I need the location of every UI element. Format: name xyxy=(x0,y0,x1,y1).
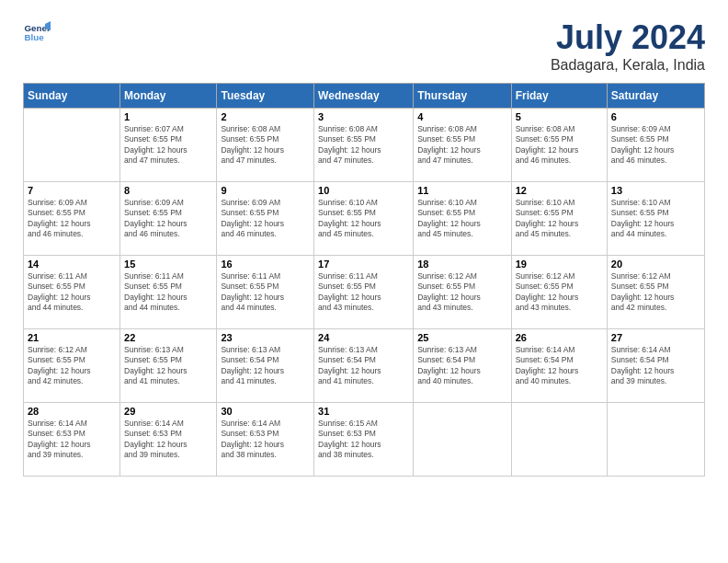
day-number: 27 xyxy=(611,332,700,343)
day-number: 5 xyxy=(516,111,603,122)
calendar-header-friday: Friday xyxy=(511,84,607,109)
month-title: July 2024 xyxy=(551,18,705,57)
day-info: Sunrise: 6:15 AMSunset: 6:53 PMDaylight:… xyxy=(318,419,409,461)
calendar-table: SundayMondayTuesdayWednesdayThursdayFrid… xyxy=(23,83,705,477)
day-info: Sunrise: 6:08 AMSunset: 6:55 PMDaylight:… xyxy=(516,124,603,167)
calendar-cell: 31Sunrise: 6:15 AMSunset: 6:53 PMDayligh… xyxy=(314,403,414,477)
day-number: 16 xyxy=(221,259,310,270)
day-number: 2 xyxy=(221,111,310,122)
day-info: Sunrise: 6:08 AMSunset: 6:55 PMDaylight:… xyxy=(417,124,506,167)
day-number: 18 xyxy=(417,259,506,270)
calendar-cell: 7Sunrise: 6:09 AMSunset: 6:55 PMDaylight… xyxy=(24,182,120,256)
day-number: 29 xyxy=(124,406,212,417)
calendar-cell: 17Sunrise: 6:11 AMSunset: 6:55 PMDayligh… xyxy=(314,256,414,329)
calendar-cell: 5Sunrise: 6:08 AMSunset: 6:55 PMDaylight… xyxy=(511,109,607,182)
calendar-header-tuesday: Tuesday xyxy=(217,84,314,109)
day-number: 12 xyxy=(516,185,603,196)
day-info: Sunrise: 6:10 AMSunset: 6:55 PMDaylight:… xyxy=(611,198,700,240)
logo: General Blue xyxy=(23,18,54,46)
calendar-cell: 12Sunrise: 6:10 AMSunset: 6:55 PMDayligh… xyxy=(511,182,607,256)
day-info: Sunrise: 6:12 AMSunset: 6:55 PMDaylight:… xyxy=(516,271,603,314)
day-info: Sunrise: 6:09 AMSunset: 6:55 PMDaylight:… xyxy=(221,198,310,240)
day-info: Sunrise: 6:14 AMSunset: 6:54 PMDaylight:… xyxy=(611,345,700,387)
day-info: Sunrise: 6:14 AMSunset: 6:53 PMDaylight:… xyxy=(28,419,116,461)
calendar-header-thursday: Thursday xyxy=(414,84,511,109)
day-number: 15 xyxy=(124,259,212,270)
calendar-cell: 4Sunrise: 6:08 AMSunset: 6:55 PMDaylight… xyxy=(414,109,511,182)
calendar-cell: 18Sunrise: 6:12 AMSunset: 6:55 PMDayligh… xyxy=(414,256,511,329)
calendar-cell: 27Sunrise: 6:14 AMSunset: 6:54 PMDayligh… xyxy=(607,329,704,403)
calendar-cell xyxy=(607,403,704,477)
calendar-cell: 11Sunrise: 6:10 AMSunset: 6:55 PMDayligh… xyxy=(414,182,511,256)
day-number: 17 xyxy=(318,259,409,270)
calendar-cell xyxy=(24,109,120,182)
calendar-cell xyxy=(511,403,607,477)
day-number: 22 xyxy=(124,332,212,343)
day-info: Sunrise: 6:09 AMSunset: 6:55 PMDaylight:… xyxy=(124,198,212,240)
day-number: 14 xyxy=(28,259,116,270)
day-info: Sunrise: 6:12 AMSunset: 6:55 PMDaylight:… xyxy=(28,345,116,387)
calendar-week-5: 28Sunrise: 6:14 AMSunset: 6:53 PMDayligh… xyxy=(24,403,705,477)
logo-icon: General Blue xyxy=(23,18,51,46)
calendar-cell: 1Sunrise: 6:07 AMSunset: 6:55 PMDaylight… xyxy=(120,109,217,182)
day-info: Sunrise: 6:07 AMSunset: 6:55 PMDaylight:… xyxy=(124,124,212,167)
calendar-week-1: 1Sunrise: 6:07 AMSunset: 6:55 PMDaylight… xyxy=(24,109,705,182)
calendar-cell: 21Sunrise: 6:12 AMSunset: 6:55 PMDayligh… xyxy=(24,329,120,403)
calendar-cell: 8Sunrise: 6:09 AMSunset: 6:55 PMDaylight… xyxy=(120,182,217,256)
calendar-cell: 23Sunrise: 6:13 AMSunset: 6:54 PMDayligh… xyxy=(217,329,314,403)
day-info: Sunrise: 6:13 AMSunset: 6:54 PMDaylight:… xyxy=(417,345,506,387)
day-number: 11 xyxy=(417,185,506,196)
day-number: 20 xyxy=(611,259,700,270)
day-info: Sunrise: 6:13 AMSunset: 6:54 PMDaylight:… xyxy=(318,345,409,387)
calendar-cell: 15Sunrise: 6:11 AMSunset: 6:55 PMDayligh… xyxy=(120,256,217,329)
day-number: 19 xyxy=(516,259,603,270)
day-info: Sunrise: 6:11 AMSunset: 6:55 PMDaylight:… xyxy=(28,271,116,314)
calendar-cell: 24Sunrise: 6:13 AMSunset: 6:54 PMDayligh… xyxy=(314,329,414,403)
calendar-cell: 3Sunrise: 6:08 AMSunset: 6:55 PMDaylight… xyxy=(314,109,414,182)
calendar-cell: 30Sunrise: 6:14 AMSunset: 6:53 PMDayligh… xyxy=(217,403,314,477)
day-number: 7 xyxy=(28,185,116,196)
day-info: Sunrise: 6:11 AMSunset: 6:55 PMDaylight:… xyxy=(318,271,409,314)
calendar-cell: 22Sunrise: 6:13 AMSunset: 6:55 PMDayligh… xyxy=(120,329,217,403)
calendar-header-row: SundayMondayTuesdayWednesdayThursdayFrid… xyxy=(24,84,705,109)
page: General Blue July 2024 Badagara, Kerala,… xyxy=(0,0,728,495)
day-number: 9 xyxy=(221,185,310,196)
day-number: 21 xyxy=(28,332,116,343)
day-info: Sunrise: 6:11 AMSunset: 6:55 PMDaylight:… xyxy=(221,271,310,314)
calendar-header-monday: Monday xyxy=(120,84,217,109)
svg-text:Blue: Blue xyxy=(25,32,45,42)
day-number: 25 xyxy=(417,332,506,343)
day-number: 31 xyxy=(318,406,409,417)
day-number: 24 xyxy=(318,332,409,343)
calendar-cell: 26Sunrise: 6:14 AMSunset: 6:54 PMDayligh… xyxy=(511,329,607,403)
day-info: Sunrise: 6:14 AMSunset: 6:53 PMDaylight:… xyxy=(221,419,310,461)
day-number: 10 xyxy=(318,185,409,196)
day-number: 28 xyxy=(28,406,116,417)
day-number: 4 xyxy=(417,111,506,122)
title-area: July 2024 Badagara, Kerala, India xyxy=(551,18,705,74)
calendar-week-4: 21Sunrise: 6:12 AMSunset: 6:55 PMDayligh… xyxy=(24,329,705,403)
day-info: Sunrise: 6:13 AMSunset: 6:54 PMDaylight:… xyxy=(221,345,310,387)
calendar-cell: 25Sunrise: 6:13 AMSunset: 6:54 PMDayligh… xyxy=(414,329,511,403)
calendar-cell: 13Sunrise: 6:10 AMSunset: 6:55 PMDayligh… xyxy=(607,182,704,256)
day-info: Sunrise: 6:09 AMSunset: 6:55 PMDaylight:… xyxy=(611,124,700,167)
day-info: Sunrise: 6:08 AMSunset: 6:55 PMDaylight:… xyxy=(318,124,409,167)
day-info: Sunrise: 6:10 AMSunset: 6:55 PMDaylight:… xyxy=(417,198,506,240)
day-number: 3 xyxy=(318,111,409,122)
calendar-header-wednesday: Wednesday xyxy=(314,84,414,109)
day-number: 23 xyxy=(221,332,310,343)
day-info: Sunrise: 6:09 AMSunset: 6:55 PMDaylight:… xyxy=(28,198,116,240)
calendar-week-2: 7Sunrise: 6:09 AMSunset: 6:55 PMDaylight… xyxy=(24,182,705,256)
day-info: Sunrise: 6:14 AMSunset: 6:53 PMDaylight:… xyxy=(124,419,212,461)
day-info: Sunrise: 6:12 AMSunset: 6:55 PMDaylight:… xyxy=(417,271,506,314)
day-number: 6 xyxy=(611,111,700,122)
day-info: Sunrise: 6:14 AMSunset: 6:54 PMDaylight:… xyxy=(516,345,603,387)
calendar-cell: 2Sunrise: 6:08 AMSunset: 6:55 PMDaylight… xyxy=(217,109,314,182)
calendar-cell xyxy=(414,403,511,477)
day-number: 13 xyxy=(611,185,700,196)
header: General Blue July 2024 Badagara, Kerala,… xyxy=(23,18,705,74)
day-info: Sunrise: 6:13 AMSunset: 6:55 PMDaylight:… xyxy=(124,345,212,387)
calendar-cell: 19Sunrise: 6:12 AMSunset: 6:55 PMDayligh… xyxy=(511,256,607,329)
day-number: 30 xyxy=(221,406,310,417)
day-info: Sunrise: 6:08 AMSunset: 6:55 PMDaylight:… xyxy=(221,124,310,167)
